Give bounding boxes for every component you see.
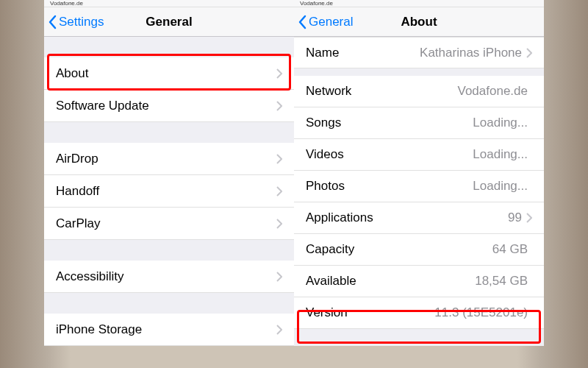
chevron-right-icon — [276, 219, 282, 229]
row-label: Applications — [306, 210, 508, 225]
row-version: Version 11.3 (15E5201e) — [294, 297, 544, 329]
row-photos: Photos Loading... — [294, 171, 544, 202]
chevron-right-icon — [276, 325, 282, 335]
row-videos: Videos Loading... — [294, 139, 544, 171]
chevron-right-icon — [526, 48, 532, 58]
nav-bar: General About — [294, 7, 544, 37]
nav-bar: Settings General — [44, 7, 294, 37]
row-label: Accessibility — [56, 269, 276, 284]
row-label: iPhone Storage — [56, 322, 276, 337]
row-carplay[interactable]: CarPlay — [44, 208, 294, 240]
row-value: Vodafone.de — [458, 84, 528, 99]
row-label: About — [56, 66, 276, 81]
row-label: Network — [306, 84, 458, 99]
row-label: Songs — [306, 116, 473, 130]
row-handoff[interactable]: Handoff — [44, 175, 294, 208]
chevron-right-icon — [276, 68, 282, 79]
row-songs: Songs Loading... — [294, 107, 544, 139]
row-iphone-storage[interactable]: iPhone Storage — [44, 314, 294, 346]
row-applications[interactable]: Applications 99 — [294, 202, 544, 234]
row-name[interactable]: Name Katharinas iPhone — [294, 37, 544, 68]
status-bar: Vodafone.de — [44, 0, 294, 7]
screen-about: Vodafone.de General About Name Katharina… — [294, 0, 544, 346]
row-accessibility[interactable]: Accessibility — [44, 261, 294, 293]
row-label: Software Update — [56, 99, 276, 113]
row-label: Capacity — [306, 242, 492, 257]
row-airdrop[interactable]: AirDrop — [44, 143, 294, 175]
row-label: AirDrop — [56, 152, 276, 166]
chevron-right-icon — [276, 186, 282, 197]
row-label: Photos — [306, 179, 473, 194]
back-label: General — [309, 15, 353, 29]
page-title: General — [146, 15, 192, 29]
row-value: 64 GB — [492, 242, 528, 257]
row-value: Loading... — [473, 179, 528, 194]
carrier-label: Vodafone.de — [300, 0, 333, 7]
chevron-right-icon — [276, 101, 282, 111]
row-label: CarPlay — [56, 216, 276, 231]
chevron-left-icon — [49, 15, 57, 29]
row-capacity: Capacity 64 GB — [294, 234, 544, 266]
row-value: Loading... — [473, 116, 528, 130]
status-bar: Vodafone.de — [294, 0, 544, 7]
row-value: 18,54 GB — [475, 274, 528, 289]
back-label: Settings — [59, 15, 104, 29]
chevron-left-icon — [298, 15, 307, 29]
page-title: About — [401, 15, 437, 29]
chevron-right-icon — [276, 272, 282, 282]
row-about[interactable]: About — [44, 57, 294, 90]
back-button[interactable]: Settings — [49, 15, 104, 29]
screen-general: Vodafone.de Settings General About Softw… — [44, 0, 294, 346]
row-value: Katharinas iPhone — [420, 46, 522, 60]
row-label: Version — [306, 305, 434, 320]
row-label: Videos — [306, 147, 473, 162]
carrier-label: Vodafone.de — [50, 0, 83, 7]
chevron-right-icon — [276, 154, 282, 164]
row-value: 11.3 (15E5201e) — [434, 305, 528, 320]
row-value: Loading... — [473, 147, 528, 162]
row-available: Available 18,54 GB — [294, 266, 544, 297]
row-network: Network Vodafone.de — [294, 76, 544, 107]
back-button[interactable]: General — [298, 15, 353, 29]
row-label: Available — [306, 274, 475, 289]
chevron-right-icon — [526, 213, 532, 223]
row-label: Name — [306, 46, 420, 60]
row-label: Handoff — [56, 184, 276, 199]
row-software-update[interactable]: Software Update — [44, 90, 294, 122]
row-value: 99 — [508, 210, 522, 225]
